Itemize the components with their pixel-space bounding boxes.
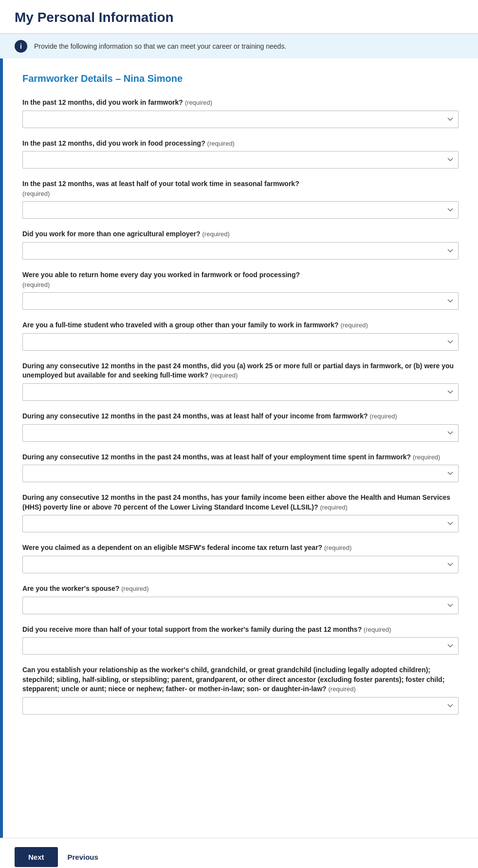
select-q8[interactable]: Yes No <box>22 424 459 442</box>
select-q12[interactable]: Yes No <box>22 597 459 614</box>
form-group-q1: In the past 12 months, did you work in f… <box>22 98 459 128</box>
label-q7: During any consecutive 12 months in the … <box>22 361 459 380</box>
select-q5[interactable]: Yes No <box>22 292 459 310</box>
label-q6: Are you a full-time student who traveled… <box>22 321 459 330</box>
page-title: My Personal Information <box>15 10 463 25</box>
select-q2[interactable]: Yes No <box>22 151 459 169</box>
select-q3[interactable]: Yes No <box>22 201 459 219</box>
label-q9: During any consecutive 12 months in the … <box>22 453 459 462</box>
label-q5: Were you able to return home every day y… <box>22 270 459 289</box>
form-group-q9: During any consecutive 12 months in the … <box>22 453 459 483</box>
form-group-q14: Can you establish your relationship as t… <box>22 665 459 715</box>
select-q13[interactable]: Yes No <box>22 637 459 655</box>
previous-button[interactable]: Previous <box>68 853 98 861</box>
form-group-q6: Are you a full-time student who traveled… <box>22 321 459 351</box>
form-group-q8: During any consecutive 12 months in the … <box>22 412 459 442</box>
select-q1[interactable]: Yes No <box>22 111 459 128</box>
form-group-q4: Did you work for more than one agricultu… <box>22 229 459 260</box>
select-q10[interactable]: Yes No <box>22 515 459 532</box>
select-q9[interactable]: Yes No <box>22 465 459 482</box>
label-q4: Did you work for more than one agricultu… <box>22 229 459 239</box>
select-q4[interactable]: Yes No <box>22 242 459 260</box>
select-q14[interactable]: Yes No <box>22 697 459 715</box>
label-q3: In the past 12 months, was at least half… <box>22 179 459 198</box>
page-header: My Personal Information i Provide the fo… <box>0 0 478 58</box>
form-group-q11: Were you claimed as a dependent on an el… <box>22 543 459 573</box>
form-group-q13: Did you receive more than half of your t… <box>22 625 459 655</box>
label-q8: During any consecutive 12 months in the … <box>22 412 459 421</box>
label-q12: Are you the worker's spouse? (required) <box>22 584 459 594</box>
form-group-q10: During any consecutive 12 months in the … <box>22 493 459 532</box>
label-q11: Were you claimed as a dependent on an el… <box>22 543 459 553</box>
select-q6[interactable]: Yes No <box>22 333 459 351</box>
form-group-q2: In the past 12 months, did you work in f… <box>22 139 459 169</box>
label-q10: During any consecutive 12 months in the … <box>22 493 459 512</box>
form-group-q7: During any consecutive 12 months in the … <box>22 361 459 401</box>
form-group-q12: Are you the worker's spouse? (required) … <box>22 584 459 614</box>
form-container: Farmworker Details – Nina Simone In the … <box>3 58 478 838</box>
label-q13: Did you receive more than half of your t… <box>22 625 459 635</box>
info-banner: i Provide the following information so t… <box>0 34 478 58</box>
select-q11[interactable]: Yes No <box>22 556 459 573</box>
content-area: Farmworker Details – Nina Simone In the … <box>0 58 478 838</box>
footer-bar: Next Previous <box>0 838 478 868</box>
label-q2: In the past 12 months, did you work in f… <box>22 139 459 149</box>
section-title: Farmworker Details – Nina Simone <box>22 73 459 84</box>
label-q14: Can you establish your relationship as t… <box>22 665 459 694</box>
form-group-q5: Were you able to return home every day y… <box>22 270 459 310</box>
select-q7[interactable]: Yes No <box>22 383 459 401</box>
info-banner-text: Provide the following information so tha… <box>34 42 286 50</box>
next-button[interactable]: Next <box>15 847 58 867</box>
form-group-q3: In the past 12 months, was at least half… <box>22 179 459 219</box>
info-icon: i <box>15 40 27 53</box>
label-q1: In the past 12 months, did you work in f… <box>22 98 459 108</box>
